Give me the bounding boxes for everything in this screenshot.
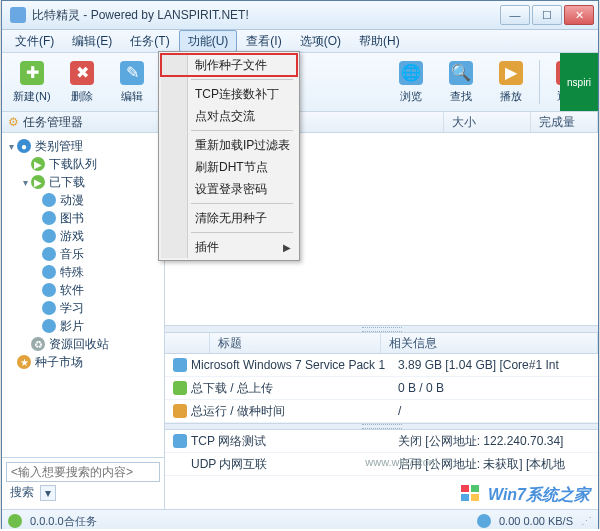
task-manager-header: ⚙ 任务管理器 [2,112,164,133]
tree-cat-study[interactable]: 学习 [2,299,164,317]
globe-icon: 🌐 [399,61,423,85]
network-icon [173,434,187,448]
maximize-button[interactable]: ☐ [532,5,562,25]
search-panel: 搜索 ▾ [2,457,164,509]
close-button[interactable]: ✕ [564,5,594,25]
col-title[interactable]: 标题 [210,333,381,353]
window-title: 比特精灵 - Powered by LANSPIRIT.NET! [32,7,500,24]
info-row-runtime[interactable]: 总运行 / 做种时间 / [165,400,598,423]
tree-cat-software[interactable]: 软件 [2,281,164,299]
chevron-right-icon: ▶ [283,242,291,253]
queue-icon: ▶ [31,157,45,171]
minimize-button[interactable]: — [500,5,530,25]
folder-icon: ● [17,139,31,153]
toolbar: ✚ 新建(N) ✖ 删除 ✎ 编辑 🌐 浏览 🔍 查找 ▶ 播放 ⏻ 退出 [2,53,598,112]
new-icon: ✚ [20,61,44,85]
dot-icon [42,247,56,261]
menu-file[interactable]: 文件(F) [6,30,63,52]
toolbar-edit-label: 编辑 [121,89,143,104]
toolbar-edit[interactable]: ✎ 编辑 [108,55,156,109]
edit-icon: ✎ [120,61,144,85]
transfer-icon [173,381,187,395]
tree-cat-music[interactable]: 音乐 [2,245,164,263]
status-net-icon [477,514,491,528]
dot-icon [42,193,56,207]
windows-icon [173,358,187,372]
tree-cat-special[interactable]: 特殊 [2,263,164,281]
done-icon: ▶ [31,175,45,189]
menu-task[interactable]: 任务(T) [121,30,178,52]
col-related[interactable]: 相关信息 [381,333,598,353]
menu-set-password[interactable]: 设置登录密码 [161,178,297,200]
toolbar-new-label: 新建(N) [13,89,50,104]
toolbar-separator-2 [539,60,540,104]
toolbar-browse[interactable]: 🌐 浏览 [387,55,435,109]
dot-icon [42,211,56,225]
dot-icon [42,301,56,315]
tree-cat-books[interactable]: 图书 [2,209,164,227]
status-bar: 0.0.0.0合任务 0.00 0.00 KB/S ⋰ [2,509,598,529]
category-tree: ▾●类别管理 ▶下载队列 ▾▶已下载 动漫 图书 游戏 音乐 特殊 软件 学习 … [2,133,164,457]
play-icon: ▶ [499,61,523,85]
menu-help[interactable]: 帮助(H) [350,30,409,52]
col-size[interactable]: 大小 [444,112,531,132]
tree-downloaded[interactable]: ▾▶已下载 [2,173,164,191]
function-dropdown: 制作种子文件 TCP连接数补丁 点对点交流 重新加载IP过滤表 刷新DHT节点 … [158,51,300,261]
task-manager-label: 任务管理器 [23,114,83,131]
search-icon: 🔍 [449,61,473,85]
toolbar-delete-label: 删除 [71,89,93,104]
horizontal-splitter[interactable] [165,325,598,333]
tree-category-manager[interactable]: ▾●类别管理 [2,137,164,155]
toolbar-find[interactable]: 🔍 查找 [437,55,485,109]
menu-plugins-label: 插件 [195,239,219,256]
info-row-sp1[interactable]: Microsoft Windows 7 Service Pack 1 3.89 … [165,354,598,377]
info-splitter[interactable] [165,423,598,430]
toolbar-delete[interactable]: ✖ 删除 [58,55,106,109]
search-input[interactable] [6,462,160,482]
app-icon [10,7,26,23]
status-ok-icon [8,514,22,528]
tree-download-queue[interactable]: ▶下载队列 [2,155,164,173]
tree-cat-games[interactable]: 游戏 [2,227,164,245]
info-row-dlup[interactable]: 总下载 / 总上传 0 B / 0 B [165,377,598,400]
status-tasks: 0.0.0.0合任务 [30,514,97,529]
status-grip-icon: ⋰ [581,515,592,528]
clock-icon [173,404,187,418]
col-progress[interactable]: 完成量 [531,112,598,132]
info-row-udp[interactable]: UDP 内网互联 启用 [公网地址: 未获取] [本机地 [165,453,598,476]
menu-view[interactable]: 查看(I) [237,30,290,52]
menu-reload-ipfilter[interactable]: 重新加载IP过滤表 [161,134,297,156]
delete-icon: ✖ [70,61,94,85]
toolbar-find-label: 查找 [450,89,472,104]
menu-clear-seeds[interactable]: 清除无用种子 [161,207,297,229]
menu-edit[interactable]: 编辑(E) [63,30,121,52]
dot-icon [42,319,56,333]
menu-function[interactable]: 功能(U) [179,30,238,52]
tree-cat-movies[interactable]: 影片 [2,317,164,335]
title-bar: 比特精灵 - Powered by LANSPIRIT.NET! — ☐ ✕ [2,1,598,30]
tree-recycle[interactable]: ♻资源回收站 [2,335,164,353]
tree-cat-anime[interactable]: 动漫 [2,191,164,209]
toolbar-play[interactable]: ▶ 播放 [487,55,535,109]
dot-icon [42,265,56,279]
app-window: 比特精灵 - Powered by LANSPIRIT.NET! — ☐ ✕ 文… [1,0,599,529]
menu-refresh-dht[interactable]: 刷新DHT节点 [161,156,297,178]
menu-p2p-exchange[interactable]: 点对点交流 [161,105,297,127]
sidebar: ⚙ 任务管理器 ▾●类别管理 ▶下载队列 ▾▶已下载 动漫 图书 游戏 音乐 特… [2,112,165,509]
menu-bar: 文件(F) 编辑(E) 任务(T) 功能(U) 查看(I) 选项(O) 帮助(H… [2,30,598,53]
info-panel: 标题 相关信息 Microsoft Windows 7 Service Pack… [165,333,598,509]
menu-option[interactable]: 选项(O) [291,30,350,52]
dropdown-separator [191,130,293,131]
toolbar-new[interactable]: ✚ 新建(N) [8,55,56,109]
recycle-icon: ♻ [31,337,45,351]
info-row-tcp[interactable]: TCP 网络测试 关闭 [公网地址: 122.240.70.34] [165,430,598,453]
tree-seed-market[interactable]: ★种子市场 [2,353,164,371]
toolbar-play-label: 播放 [500,89,522,104]
menu-tcp-patch[interactable]: TCP连接数补丁 [161,83,297,105]
dot-icon [42,283,56,297]
market-icon: ★ [17,355,31,369]
menu-make-torrent[interactable]: 制作种子文件 [161,54,297,76]
menu-plugins[interactable]: 插件▶ [161,236,297,258]
search-dropdown-button[interactable]: ▾ [40,485,56,501]
dropdown-separator [191,79,293,80]
